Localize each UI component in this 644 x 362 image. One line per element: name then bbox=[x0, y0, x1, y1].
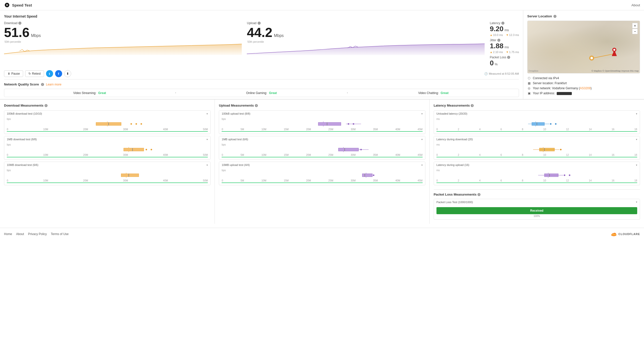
map-zoom-out-button[interactable]: − bbox=[632, 29, 638, 34]
map-zoom-controls: + − bbox=[632, 23, 638, 34]
download-10mb-label: 10MB download test (6/6) bbox=[7, 163, 38, 166]
download-1mb-chevron: ▾ bbox=[207, 138, 208, 141]
download-1mb-header[interactable]: 1MB download test (8/8) ▾ bbox=[4, 136, 210, 142]
footer-links: Home About Privacy Policy Terms of Use bbox=[4, 232, 69, 236]
upload-info-icon[interactable]: i bbox=[258, 22, 261, 25]
map-zoom-in-button[interactable]: + bbox=[632, 23, 638, 28]
server-location-info-icon[interactable]: i bbox=[553, 15, 556, 18]
ip-row: ▣ Your IP address: bbox=[527, 92, 640, 95]
latency-download-header[interactable]: Latency during download (20) ▾ bbox=[434, 136, 640, 142]
learn-more-link[interactable]: Learn more bbox=[46, 83, 61, 86]
latency-measurements-title: Latency Measurements i bbox=[434, 104, 640, 107]
unloaded-latency-label: Unloaded latency (20/20) bbox=[436, 112, 467, 115]
packet-loss-unit: % bbox=[495, 62, 498, 66]
download-info-icon[interactable]: i bbox=[18, 22, 21, 25]
upload-1mb-label: 1MB upload test (6/6) bbox=[222, 138, 248, 141]
packet-loss-pct: 100% bbox=[436, 215, 637, 217]
download-label: Download i bbox=[4, 21, 242, 25]
footer-home-link[interactable]: Home bbox=[4, 232, 12, 236]
map[interactable]: + − © Mapbox © OpenStreetMap Improve thi… bbox=[527, 21, 640, 73]
cloudflare-name: CLOUDFLARE bbox=[618, 233, 640, 236]
download-1mb-box: 1MB download test (8/8) ▾ bps 010M20M30M… bbox=[4, 136, 211, 160]
server-location-text: Server location: Frankfurt bbox=[533, 81, 567, 85]
latency-stat: Latency i 9.20 ms ▲ 10.0 ms ▼ 12.3 ms bbox=[490, 21, 519, 36]
jitter-unit: ms bbox=[504, 45, 509, 49]
packet-loss-test-header[interactable]: Packet Loss Test (1000/1000) ▾ bbox=[434, 199, 640, 205]
footer-about-link[interactable]: About bbox=[16, 232, 24, 236]
svg-point-40 bbox=[555, 123, 556, 125]
quality-title: Network Quality Score bbox=[4, 82, 39, 86]
packet-loss-chevron: ▾ bbox=[636, 201, 637, 204]
packet-loss-stat: Packet Loss i 0 % bbox=[490, 56, 519, 67]
download-100kb-label: 100kB download test (10/10) bbox=[7, 112, 42, 115]
asn-link[interactable]: AS3209 bbox=[580, 86, 591, 90]
latency-value: 9.20 bbox=[490, 25, 504, 33]
upload-10mb-header[interactable]: 10MB upload test (4/4) ▾ bbox=[219, 162, 425, 168]
pause-button[interactable]: ⏸ Pause bbox=[4, 70, 23, 77]
pause-icon: ⏸ bbox=[7, 72, 10, 75]
download-measurements-title: Download Measurements i bbox=[4, 104, 211, 107]
footer-terms-link[interactable]: Terms of Use bbox=[51, 232, 69, 236]
latency-upload-header[interactable]: Latency during upload (16) ▾ bbox=[434, 162, 640, 168]
footer-privacy-link[interactable]: Privacy Policy bbox=[28, 232, 47, 236]
packet-loss-info-icon[interactable]: i bbox=[507, 56, 510, 59]
upload-10mb-label: 10MB upload test (4/4) bbox=[222, 163, 250, 166]
upload-1mb-header[interactable]: 1MB upload test (6/6) ▾ bbox=[219, 136, 425, 142]
server-location-row: ▦ Server location: Frankfurt bbox=[527, 81, 640, 85]
packet-loss-label: Packet Loss i bbox=[490, 56, 519, 59]
svg-rect-18 bbox=[121, 174, 139, 177]
video-chatting-quality: Video Chatting: Great bbox=[348, 89, 519, 97]
upload-1mb-box: 1MB upload test (6/6) ▾ bps 05M10M15M20M… bbox=[219, 136, 425, 160]
download-100kb-header[interactable]: 100kB download test (10/10) ▾ bbox=[4, 111, 210, 117]
about-link[interactable]: About bbox=[631, 3, 640, 7]
jitter-label: Jitter i bbox=[490, 38, 519, 42]
footer: Home About Privacy Policy Terms of Use C… bbox=[0, 228, 644, 240]
unloaded-latency-chevron: ▾ bbox=[636, 112, 637, 115]
quality-info-icon[interactable]: i bbox=[41, 83, 44, 86]
download-1mb-chart: bps 010M20M30M40M50M bbox=[4, 142, 210, 159]
latency-upload-chevron: ▾ bbox=[636, 164, 637, 166]
ip-icon: ▣ bbox=[527, 92, 531, 95]
packet-loss-meas-info-icon[interactable]: i bbox=[477, 193, 480, 196]
facebook-share-button[interactable]: f bbox=[55, 70, 62, 77]
twitter-share-button[interactable]: t bbox=[46, 70, 53, 77]
svg-rect-13 bbox=[124, 148, 144, 151]
upload-100kb-header[interactable]: 100kB upload test (8/8) ▾ bbox=[219, 111, 425, 117]
upload-meas-info-icon[interactable]: i bbox=[255, 104, 258, 107]
download-10mb-box: 10MB download test (6/6) ▾ bps 010M20M30… bbox=[4, 162, 211, 185]
svg-point-39 bbox=[550, 123, 551, 125]
latency-download-box: Latency during download (20) ▾ ms 024681… bbox=[434, 136, 640, 160]
upload-value: 44.2 bbox=[247, 26, 272, 39]
upload-label: Upload i bbox=[247, 21, 485, 25]
download-section: Download i 51.6 Mbps bbox=[4, 21, 242, 55]
latency-meas-info-icon[interactable]: i bbox=[471, 104, 474, 107]
connected-via-row: ⬡ Connected via IPv4 bbox=[527, 76, 640, 80]
svg-point-15 bbox=[146, 149, 147, 150]
latency-measurements-col: Latency Measurements i Unloaded latency … bbox=[429, 100, 644, 224]
measurements-section: Download Measurements i 100kB download t… bbox=[0, 99, 644, 224]
cloudflare-icon bbox=[611, 231, 617, 237]
packet-loss-bar-area: Received 100% bbox=[434, 205, 640, 219]
jitter-stat: Jitter i 1.88 ms ▲ 2.10 ms ▼ 1.75 ms bbox=[490, 38, 519, 54]
upload-100kb-chart: bps 05M10M15M20M25M30M35M40M45M bbox=[219, 117, 425, 134]
download-10mb-chevron: ▾ bbox=[207, 164, 208, 166]
measured-text: 🕐 Measured at 8:52:05 AM bbox=[484, 72, 519, 75]
upload-unit: Mbps bbox=[274, 33, 284, 38]
download-10mb-header[interactable]: 10MB download test (6/6) ▾ bbox=[4, 162, 210, 168]
unloaded-latency-header[interactable]: Unloaded latency (20/20) ▾ bbox=[434, 111, 640, 117]
jitter-info-icon[interactable]: i bbox=[497, 39, 500, 42]
cloudflare-logo: CLOUDFLARE bbox=[611, 231, 640, 237]
latency-info-icon[interactable]: i bbox=[501, 22, 504, 25]
svg-rect-21 bbox=[318, 122, 341, 125]
ip-text: Your IP address: bbox=[533, 92, 572, 95]
download-meas-info-icon[interactable]: i bbox=[45, 104, 48, 107]
download-percentile-label: 50th percentile bbox=[5, 40, 21, 43]
packet-loss-test-box: Packet Loss Test (1000/1000) ▾ Received … bbox=[434, 199, 640, 220]
svg-point-16 bbox=[151, 149, 152, 150]
latency-label: Latency i bbox=[490, 21, 519, 25]
network-text: Your network: Vodafone Germany (AS3209) bbox=[533, 86, 592, 90]
download-10mb-chart: bps 010M20M30M40M50M bbox=[4, 168, 210, 185]
upload-100kb-chevron: ▾ bbox=[421, 112, 423, 115]
download-results-button[interactable]: ⬇ bbox=[64, 70, 71, 77]
retest-button[interactable]: ↻ Retest bbox=[25, 70, 44, 77]
